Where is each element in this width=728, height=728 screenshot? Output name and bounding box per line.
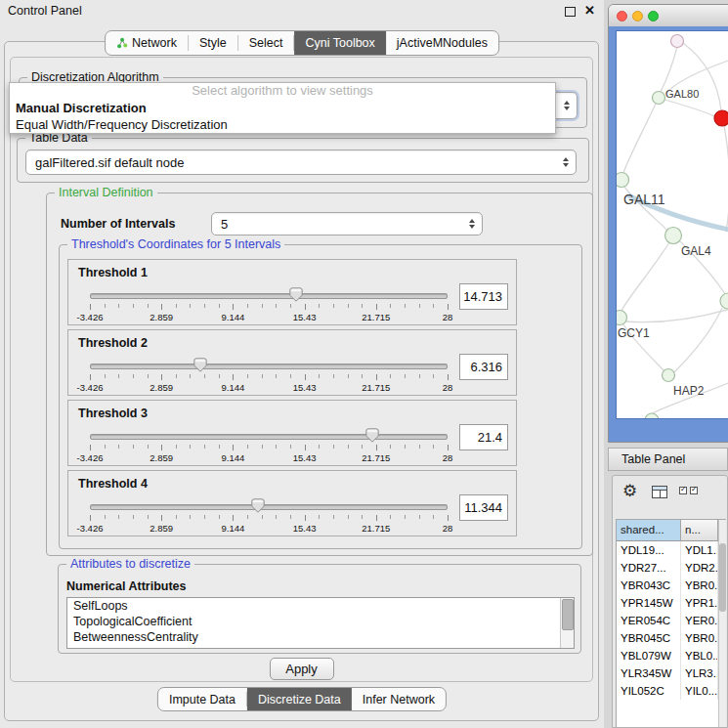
network-node[interactable] — [720, 293, 728, 309]
tab-select[interactable]: Select — [238, 31, 294, 55]
network-node[interactable] — [617, 173, 629, 188]
list-scrollbar[interactable] — [560, 598, 574, 648]
tab-label: Impute Data — [169, 693, 236, 707]
slider-tick — [190, 304, 191, 308]
attribute-item[interactable]: SelfLoops — [67, 598, 574, 614]
network-canvas[interactable]: GAL80GAL11GAL4GCY1HAP2 — [616, 30, 728, 419]
columns-icon[interactable] — [652, 486, 667, 498]
table-row[interactable]: YDL19...YDL1... — [617, 541, 718, 559]
slider-track[interactable] — [90, 364, 448, 369]
table-row[interactable]: YPR145WYPR1... — [617, 594, 718, 612]
select-columns-icon[interactable] — [679, 487, 698, 494]
slider-scale-label: 28 — [443, 382, 453, 393]
table-row[interactable]: YDR27...YDR2... — [617, 559, 718, 577]
slider-thumb[interactable] — [251, 498, 265, 513]
slider-tick — [290, 445, 291, 449]
slider-thumb[interactable] — [193, 358, 207, 372]
dropdown-option-manual-discretization[interactable]: Manual Discretization — [10, 100, 555, 116]
dropdown-option-equal-width-frequency[interactable]: Equal Width/Frequency Discretization — [10, 116, 555, 133]
application: Control Panel ✕ Network Style Select — [0, 0, 728, 728]
slider-tick — [133, 304, 134, 308]
slider-tick — [390, 304, 391, 308]
threshold-value-field[interactable]: 11.344 — [459, 494, 508, 521]
tab-impute-data[interactable]: Impute Data — [158, 688, 246, 710]
network-node[interactable] — [645, 413, 659, 419]
slider-tick — [362, 515, 363, 519]
table-cell: YBR045C — [617, 629, 681, 647]
table-scrollbar-thumb[interactable] — [719, 543, 726, 612]
slider-scale-label: 21.715 — [362, 312, 390, 322]
close-traffic-light[interactable] — [617, 11, 627, 21]
table-row[interactable]: YBL079WYBL0... — [617, 647, 718, 664]
threshold-label: Threshold 1 — [78, 266, 148, 279]
network-node-red[interactable] — [714, 110, 728, 126]
network-node[interactable] — [617, 311, 627, 325]
tab-network[interactable]: Network — [106, 31, 188, 55]
attribute-item[interactable]: BetweennessCentrality — [67, 629, 574, 645]
zoom-traffic-light[interactable] — [648, 11, 659, 21]
slider-tick — [262, 445, 263, 449]
apply-button[interactable]: Apply — [270, 658, 334, 680]
group-title: Attributes to discretize — [66, 557, 194, 571]
threshold-slider[interactable]: -3.4262.8599.14415.4321.71528 — [90, 285, 448, 324]
threshold-label: Threshold 3 — [78, 407, 148, 420]
slider-tick — [319, 445, 320, 449]
slider-track[interactable] — [90, 434, 448, 440]
number-of-intervals-combobox[interactable]: 5 — [211, 212, 483, 236]
slider-tick — [305, 304, 306, 310]
slider-tick — [419, 445, 420, 449]
table-scrollbar[interactable] — [718, 520, 726, 727]
slider-tick — [433, 304, 434, 308]
tab-label: Discretize Data — [258, 693, 341, 707]
threshold-slider[interactable]: -3.4262.8599.14415.4321.71528 — [90, 426, 448, 465]
minimize-traffic-light[interactable] — [632, 11, 643, 21]
numerical-attributes-list[interactable]: SelfLoopsTopologicalCoefficientBetweenne… — [66, 597, 575, 649]
slider-scale-label: -3.426 — [77, 312, 104, 322]
table-row[interactable]: YLR345WYLR3... — [617, 664, 718, 682]
tab-label: Cyni Toolbox — [305, 36, 374, 50]
network-node[interactable] — [671, 35, 684, 48]
tab-cyni-toolbox[interactable]: Cyni Toolbox — [294, 31, 385, 55]
table-row[interactable]: YER054CYER0... — [617, 612, 718, 629]
list-scrollbar-thumb[interactable] — [562, 599, 574, 630]
network-node[interactable] — [663, 369, 675, 382]
tab-discretize-data[interactable]: Discretize Data — [247, 688, 352, 710]
network-icon — [116, 37, 128, 49]
column-header-shared-name[interactable]: shared... — [617, 520, 681, 541]
slider-scale-label: -3.426 — [77, 452, 104, 463]
slider-tick — [448, 445, 449, 450]
attribute-item[interactable]: TopologicalCoefficient — [67, 614, 574, 629]
node-table: shared... n... YDL19...YDL1...YDR27...YD… — [616, 519, 726, 727]
slider-tick — [90, 445, 91, 450]
table-data-combobox[interactable]: galFiltered.sif default node — [25, 150, 577, 175]
table-panel-header[interactable]: Table Panel — [608, 448, 728, 471]
network-edge — [623, 104, 656, 173]
table-cell: YBL0... — [681, 647, 718, 664]
network-node[interactable] — [665, 228, 682, 244]
slider-scale-label: 15.43 — [293, 452, 317, 463]
slider-tick — [276, 374, 277, 378]
slider-track[interactable] — [90, 504, 448, 510]
threshold-value-field[interactable]: 14.713 — [459, 283, 508, 310]
table-data-group: Table Data galFiltered.sif default node — [17, 138, 589, 183]
float-window-icon[interactable] — [565, 7, 576, 17]
slider-thumb[interactable] — [365, 428, 379, 443]
slider-scale: -3.4262.8599.14415.4321.71528 — [90, 523, 448, 534]
column-header-name[interactable]: n... — [681, 520, 718, 541]
threshold-slider[interactable]: -3.4262.8599.14415.4321.71528 — [90, 496, 448, 535]
table-row[interactable]: YBR045CYBR0... — [617, 629, 718, 647]
threshold-value-field[interactable]: 6.316 — [459, 354, 508, 380]
tab-infer-network[interactable]: Infer Network — [352, 688, 446, 710]
slider-thumb[interactable] — [289, 287, 303, 302]
table-row[interactable]: YBR043CYBR0... — [617, 577, 718, 594]
table-row[interactable]: YIL052CYIL0... — [617, 682, 718, 700]
slider-track[interactable] — [90, 293, 448, 299]
threshold-slider[interactable]: -3.4262.8599.14415.4321.71528 — [90, 356, 448, 395]
tab-jactivemnodules[interactable]: jActiveMNodules — [386, 31, 498, 55]
tab-style[interactable]: Style — [189, 31, 237, 55]
slider-tick — [390, 374, 391, 378]
threshold-value-field[interactable]: 21.4 — [459, 424, 508, 450]
network-node[interactable] — [653, 92, 665, 105]
close-icon[interactable]: ✕ — [584, 3, 595, 18]
gear-icon[interactable]: ⚙ — [622, 481, 637, 501]
